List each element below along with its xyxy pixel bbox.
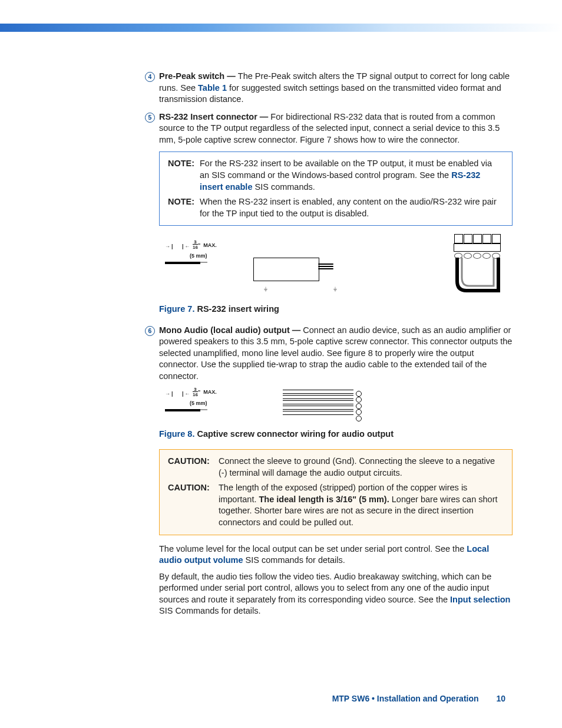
- note-2: NOTE: When the RS-232 insert is enabled,…: [168, 196, 504, 219]
- figure-8-ref: Figure 8.: [159, 429, 194, 439]
- para1-a: The volume level for the local output ca…: [159, 544, 467, 554]
- caution-2: CAUTION: The length of the exposed (stri…: [168, 482, 504, 528]
- para2-a: By default, the audio ties follow the vi…: [159, 572, 491, 604]
- item4-head: Pre-Peak switch —: [159, 71, 238, 81]
- tp-connector-icon: [454, 234, 501, 293]
- list-item-4: 4 Pre-Peak switch — The Pre-Peak switch …: [159, 71, 513, 106]
- page-footer: MTP SW6 • Installation and Operation 10: [332, 693, 505, 704]
- callout-number-4: 4: [145, 72, 155, 82]
- note1-a: For the RS-232 insert to be available on…: [200, 159, 492, 180]
- page: 4 Pre-Peak switch — The Pre-Peak switch …: [0, 0, 562, 728]
- gauge-num: 3: [193, 387, 198, 392]
- caution-tag: CAUTION:: [168, 456, 210, 467]
- gauge-max: MAX.: [203, 242, 217, 248]
- gauge-mm: (5 mm): [190, 400, 217, 407]
- ground-symbol-icon: ⏚: [333, 285, 337, 293]
- caution-tag: CAUTION:: [168, 482, 210, 494]
- caution2-bold: The ideal length is 3/16" (5 mm).: [259, 495, 389, 504]
- note-tag: NOTE:: [168, 158, 194, 170]
- para-breakaway: By default, the audio ties follow the vi…: [159, 571, 513, 617]
- item5-text: RS-232 Insert connector — For bidirectio…: [159, 111, 513, 146]
- header-gradient-bar: [0, 24, 562, 32]
- gauge-inch: ": [198, 242, 200, 248]
- footer-text: MTP SW6 • Installation and Operation: [332, 694, 479, 703]
- callout-number-5: 5: [145, 113, 155, 123]
- para1-b: SIS commands for details.: [243, 555, 345, 565]
- caution-box: CAUTION: Connect the sleeve to ground (G…: [159, 449, 513, 535]
- gauge-num: 3: [193, 240, 198, 245]
- strip-gauge-label: →| |← 316" MAX. (5 mm): [165, 241, 217, 264]
- input-selection-link[interactable]: Input selection: [450, 595, 510, 604]
- caution1-body: Connect the sleeve to ground (Gnd). Conn…: [219, 456, 495, 477]
- figure-8-caption: Figure 8. Captive screw connector wiring…: [159, 429, 513, 440]
- item5-head: RS-232 Insert connector —: [159, 112, 270, 121]
- para-volume: The volume level for the local output ca…: [159, 543, 513, 566]
- gauge-inch: ": [198, 389, 200, 395]
- figure-7-title: RS-232 insert wiring: [194, 304, 279, 314]
- page-number: 10: [496, 694, 505, 703]
- note1-b: SIS commands.: [252, 182, 315, 192]
- item6-head: Mono Audio (local audio) output —: [159, 325, 303, 335]
- caution-1: CAUTION: Connect the sleeve to ground (G…: [168, 456, 504, 479]
- strip-gauge-label: →| |← 316" MAX. (5 mm): [165, 388, 217, 411]
- connector-body-icon: [253, 258, 319, 281]
- list-item-6: 6 Mono Audio (local audio) output — Conn…: [159, 325, 513, 383]
- gauge-den: 16: [193, 245, 198, 250]
- figure-7-caption: Figure 7. RS-232 insert wiring: [159, 304, 513, 315]
- gauge-mm: (5 mm): [190, 252, 217, 259]
- gauge-den: 16: [193, 392, 198, 397]
- gauge-max: MAX.: [203, 389, 217, 395]
- note-1: NOTE: For the RS-232 insert to be availa…: [168, 158, 504, 193]
- figure-8-graphic: →| |← 316" MAX. (5 mm): [159, 388, 513, 424]
- para2-b: SIS Commands for details.: [159, 606, 260, 615]
- audio-connector-icon: [283, 390, 353, 419]
- item6-text: Mono Audio (local audio) output — Connec…: [159, 325, 513, 383]
- note-tag: NOTE:: [168, 196, 194, 208]
- figure-8-title: Captive screw connector wiring for audio…: [194, 429, 394, 439]
- note2-body: When the RS-232 insert is enabled, any c…: [200, 197, 497, 218]
- callout-number-6: 6: [145, 326, 155, 336]
- figure-7-ref: Figure 7.: [159, 304, 194, 314]
- ground-symbol-icon: ⏚: [264, 285, 267, 293]
- note-box: NOTE: For the RS-232 insert to be availa…: [159, 151, 513, 226]
- main-content: 4 Pre-Peak switch — The Pre-Peak switch …: [159, 71, 513, 617]
- list-item-5: 5 RS-232 Insert connector — For bidirect…: [159, 111, 513, 146]
- wire-pair-icon: [318, 263, 333, 272]
- item4-text: Pre-Peak switch — The Pre-Peak switch al…: [159, 71, 513, 106]
- table1-link[interactable]: Table 1: [198, 83, 227, 93]
- figure-7-graphic: →| |← 316" MAX. (5 mm) ⏚ ⏚: [159, 234, 513, 299]
